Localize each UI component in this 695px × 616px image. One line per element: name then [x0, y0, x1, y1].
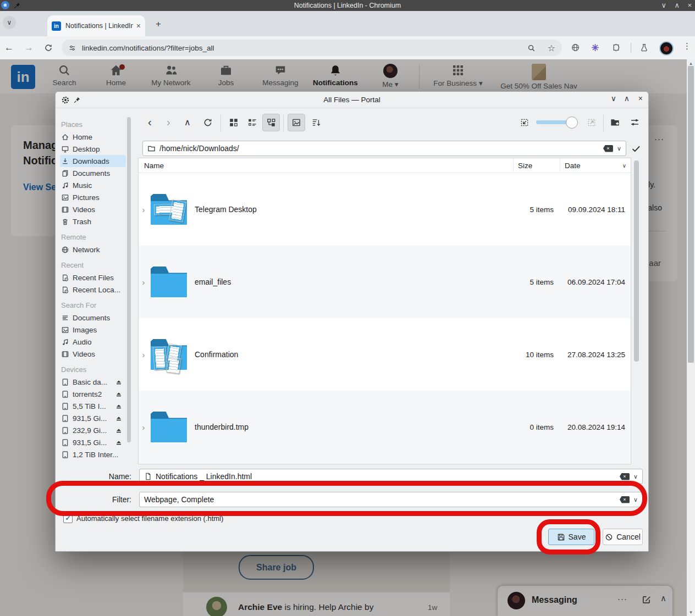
place-videos[interactable]: Videos — [60, 203, 126, 215]
device-931-5-gib-1[interactable]: 931,5 Gi... — [60, 412, 126, 424]
extension-snowflake-icon[interactable] — [591, 43, 600, 52]
place-recent-locations[interactable]: Recent Loca... — [60, 284, 126, 296]
up-button[interactable]: ∧ — [184, 117, 191, 127]
expand-icon[interactable]: › — [139, 278, 148, 287]
icons-view-button[interactable] — [225, 114, 242, 131]
extension-globe-icon[interactable] — [571, 43, 580, 52]
eject-icon[interactable] — [115, 402, 123, 410]
tab-close-icon[interactable]: × — [136, 21, 141, 30]
new-folder-button[interactable] — [610, 117, 620, 127]
toolbar-separator — [283, 115, 284, 131]
filter-input[interactable]: Webpage, Complete × ∨ — [139, 492, 643, 507]
new-tab-button[interactable]: + — [156, 19, 161, 30]
window-maximize-icon[interactable]: ∧ — [674, 0, 680, 11]
location-dropdown-icon[interactable]: ∨ — [617, 145, 621, 152]
extensions-puzzle-icon[interactable] — [611, 43, 621, 52]
site-settings-icon[interactable] — [68, 44, 76, 52]
column-size[interactable]: Size — [513, 159, 560, 172]
compact-view-button[interactable] — [244, 114, 261, 131]
file-row[interactable]: › Confirmation 10 items 27.08.2024 13:25 — [139, 318, 631, 391]
device-5-5-tib[interactable]: 5,5 TiB I... — [60, 400, 126, 412]
clear-location-icon[interactable]: × — [603, 145, 613, 152]
confirm-location-button[interactable] — [631, 143, 641, 154]
dialog-close-icon[interactable]: × — [638, 94, 643, 103]
scroll-down-arrow[interactable]: ▾ — [687, 609, 695, 615]
search-documents[interactable]: Documents — [60, 312, 126, 324]
file-row[interactable]: › thunderbird.tmp 0 items 20.08.2024 19:… — [139, 391, 631, 463]
place-trash[interactable]: Trash — [60, 215, 126, 227]
device-931-5-gib-2[interactable]: 931,5 Gi... — [60, 436, 126, 448]
expand-icon[interactable]: › — [139, 423, 148, 432]
options-button[interactable] — [630, 117, 640, 127]
browser-tab[interactable]: in Notifications | LinkedIn × — [47, 15, 145, 36]
save-button[interactable]: Save — [548, 529, 594, 545]
tree-view-button[interactable] — [262, 114, 280, 131]
scrollbar-thumb[interactable] — [688, 66, 694, 363]
eject-icon[interactable] — [115, 439, 123, 446]
place-downloads[interactable]: Downloads — [60, 155, 126, 167]
cancel-button[interactable]: Cancel — [603, 529, 643, 545]
expand-icon[interactable]: › — [139, 205, 148, 214]
filename-dropdown-icon[interactable]: ∨ — [633, 473, 638, 480]
back-button[interactable]: ‹ — [148, 116, 152, 129]
place-desktop[interactable]: Desktop — [60, 143, 126, 155]
scroll-up-arrow[interactable]: ▴ — [687, 60, 695, 66]
search-videos[interactable]: Videos — [60, 348, 126, 360]
preview-toggle-button[interactable] — [288, 114, 305, 131]
file-row[interactable]: › email_files 5 items 06.09.2024 17:04 — [139, 246, 631, 318]
place-music[interactable]: Music — [60, 179, 126, 191]
dialog-maximize-icon[interactable]: ∧ — [624, 94, 630, 103]
place-recent-files[interactable]: Recent Files — [60, 271, 126, 284]
eject-icon[interactable] — [115, 378, 123, 386]
labs-flask-icon[interactable] — [639, 43, 649, 52]
file-list-header[interactable]: Name Size Date∨ — [139, 158, 631, 173]
reload-button[interactable] — [44, 43, 53, 52]
scrollbar-thumb[interactable] — [634, 160, 639, 362]
place-home[interactable]: Home — [60, 131, 126, 143]
file-list-scrollbar[interactable] — [632, 158, 641, 464]
location-input[interactable]: /home/nick/Downloads/ × ∨ — [142, 141, 626, 156]
browser-menu-icon[interactable]: ⋮ — [683, 41, 691, 51]
sort-button[interactable] — [307, 114, 325, 131]
clear-filename-icon[interactable]: × — [620, 473, 630, 480]
dialog-titlebar[interactable]: All Files — Portal ∨ ∧ × — [56, 92, 648, 108]
eject-icon[interactable] — [115, 414, 123, 422]
browser-profile-avatar[interactable] — [659, 41, 674, 56]
zoom-page-icon[interactable] — [527, 44, 536, 52]
device-232-9-gib[interactable]: 232,9 Gi... — [60, 424, 126, 436]
file-row[interactable]: › Telegram Desktop 5 items 09.09.2024 18… — [139, 173, 631, 246]
place-pictures[interactable]: Pictures — [60, 191, 126, 203]
forward-button[interactable]: → — [24, 42, 34, 53]
device-basic-data[interactable]: Basic da... — [60, 376, 126, 388]
clear-filter-icon[interactable]: × — [620, 496, 630, 503]
reload-button[interactable] — [203, 118, 213, 127]
column-name[interactable]: Name — [139, 162, 513, 170]
column-date[interactable]: Date∨ — [560, 159, 631, 172]
window-minimize-icon[interactable]: ∨ — [661, 0, 666, 11]
browser-scrollbar[interactable]: ▴ ▾ — [687, 59, 695, 616]
zoom-in-button[interactable] — [587, 118, 597, 127]
window-close-icon[interactable]: × — [687, 0, 692, 11]
forward-button[interactable]: › — [167, 116, 170, 129]
eject-icon[interactable] — [115, 390, 123, 398]
auto-extension-checkbox[interactable]: ✓ Automatically select filename extensio… — [63, 514, 223, 523]
address-bar[interactable]: linkedin.com/notifications/?filter=jobs_… — [62, 40, 562, 56]
zoom-slider-knob[interactable] — [566, 116, 578, 129]
place-documents[interactable]: Documents — [60, 167, 126, 179]
place-network[interactable]: Network — [60, 243, 126, 256]
bookmark-star-icon[interactable]: ☆ — [548, 43, 555, 53]
zoom-out-button[interactable] — [520, 118, 529, 127]
tab-search-button[interactable]: ∨ — [3, 16, 16, 29]
dialog-minimize-icon[interactable]: ∨ — [611, 94, 616, 103]
sidebar-scrollbar[interactable] — [127, 117, 131, 442]
filename-input[interactable]: Notifications _ LinkedIn.html × ∨ — [139, 469, 643, 484]
device-1-2-tib-internal[interactable]: 1,2 TiB Inter... — [60, 448, 126, 460]
search-audio[interactable]: Audio — [60, 336, 126, 348]
drive-icon — [61, 390, 69, 398]
eject-icon[interactable] — [115, 426, 123, 434]
expand-icon[interactable]: › — [139, 350, 148, 359]
back-button[interactable]: ← — [4, 42, 14, 53]
search-images[interactable]: Images — [60, 324, 126, 336]
filter-dropdown-icon[interactable]: ∨ — [633, 496, 638, 503]
device-torrents2[interactable]: torrents2 — [60, 388, 126, 400]
